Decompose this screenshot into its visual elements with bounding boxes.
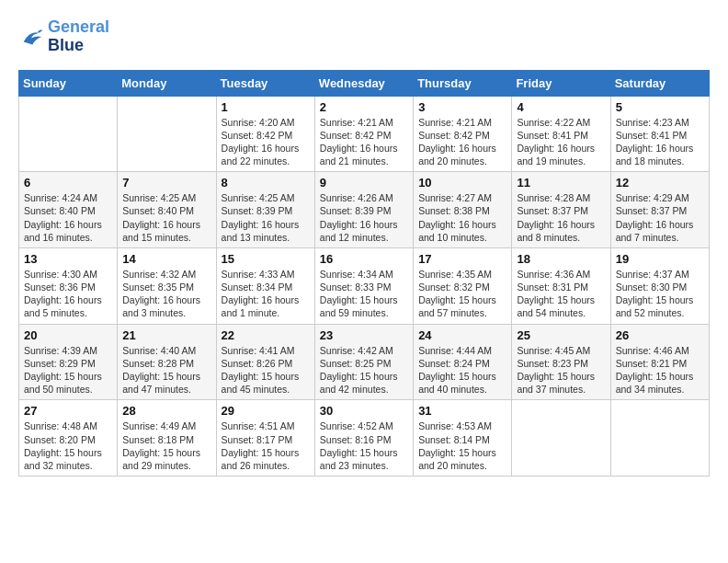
day-number: 31 <box>418 404 506 418</box>
day-number: 23 <box>320 328 408 342</box>
calendar-cell: 16Sunrise: 4:34 AMSunset: 8:33 PMDayligh… <box>314 247 413 324</box>
day-info: Sunrise: 4:30 AMSunset: 8:36 PMDaylight:… <box>24 268 112 320</box>
column-header-monday: Monday <box>118 70 216 96</box>
calendar-cell: 29Sunrise: 4:51 AMSunset: 8:17 PMDayligh… <box>216 400 314 477</box>
day-info: Sunrise: 4:26 AMSunset: 8:39 PMDaylight:… <box>320 191 408 244</box>
column-header-saturday: Saturday <box>610 70 709 96</box>
calendar-cell <box>118 96 216 172</box>
calendar-week-5: 27Sunrise: 4:48 AMSunset: 8:20 PMDayligh… <box>19 400 710 477</box>
day-info: Sunrise: 4:23 AMSunset: 8:41 PMDaylight:… <box>616 116 704 168</box>
calendar-cell: 31Sunrise: 4:53 AMSunset: 8:14 PMDayligh… <box>414 400 512 477</box>
logo: GeneralBlue <box>18 18 109 55</box>
calendar-cell: 14Sunrise: 4:32 AMSunset: 8:35 PMDayligh… <box>118 247 216 324</box>
day-info: Sunrise: 4:45 AMSunset: 8:23 PMDaylight:… <box>517 344 605 396</box>
day-info: Sunrise: 4:29 AMSunset: 8:37 PMDaylight:… <box>616 191 704 244</box>
day-number: 3 <box>418 100 506 114</box>
calendar-cell: 25Sunrise: 4:45 AMSunset: 8:23 PMDayligh… <box>512 324 610 400</box>
day-info: Sunrise: 4:39 AMSunset: 8:29 PMDaylight:… <box>24 344 112 396</box>
calendar-cell: 22Sunrise: 4:41 AMSunset: 8:26 PMDayligh… <box>216 324 314 400</box>
day-info: Sunrise: 4:48 AMSunset: 8:20 PMDaylight:… <box>24 419 112 472</box>
calendar-cell: 10Sunrise: 4:27 AMSunset: 8:38 PMDayligh… <box>414 172 512 248</box>
day-info: Sunrise: 4:22 AMSunset: 8:41 PMDaylight:… <box>517 116 605 168</box>
calendar-cell: 20Sunrise: 4:39 AMSunset: 8:29 PMDayligh… <box>19 324 118 400</box>
day-info: Sunrise: 4:35 AMSunset: 8:32 PMDaylight:… <box>418 268 506 320</box>
calendar-cell <box>512 400 610 477</box>
day-number: 22 <box>222 328 310 342</box>
calendar-cell: 17Sunrise: 4:35 AMSunset: 8:32 PMDayligh… <box>414 247 512 324</box>
day-number: 7 <box>122 176 210 190</box>
day-number: 6 <box>24 176 112 190</box>
calendar-cell <box>19 96 118 172</box>
logo-icon <box>18 24 44 50</box>
calendar-cell <box>610 400 709 477</box>
calendar-cell: 21Sunrise: 4:40 AMSunset: 8:28 PMDayligh… <box>118 324 216 400</box>
calendar-cell: 18Sunrise: 4:36 AMSunset: 8:31 PMDayligh… <box>512 247 610 324</box>
calendar-week-1: 1Sunrise: 4:20 AMSunset: 8:42 PMDaylight… <box>19 96 710 172</box>
day-number: 5 <box>616 100 704 114</box>
day-number: 15 <box>222 252 310 266</box>
calendar-cell: 8Sunrise: 4:25 AMSunset: 8:39 PMDaylight… <box>216 172 314 248</box>
calendar-cell: 7Sunrise: 4:25 AMSunset: 8:40 PMDaylight… <box>118 172 216 248</box>
day-number: 1 <box>222 100 310 114</box>
day-number: 30 <box>320 404 408 418</box>
day-info: Sunrise: 4:33 AMSunset: 8:34 PMDaylight:… <box>222 268 310 320</box>
page-header: GeneralBlue <box>18 18 710 55</box>
day-info: Sunrise: 4:25 AMSunset: 8:40 PMDaylight:… <box>122 191 210 244</box>
day-info: Sunrise: 4:44 AMSunset: 8:24 PMDaylight:… <box>418 344 506 396</box>
calendar-table: SundayMondayTuesdayWednesdayThursdayFrid… <box>18 70 710 477</box>
day-number: 27 <box>24 404 112 418</box>
day-number: 24 <box>418 328 506 342</box>
day-number: 17 <box>418 252 506 266</box>
day-number: 25 <box>517 328 605 342</box>
day-number: 11 <box>517 176 605 190</box>
day-info: Sunrise: 4:24 AMSunset: 8:40 PMDaylight:… <box>24 191 112 244</box>
day-info: Sunrise: 4:53 AMSunset: 8:14 PMDaylight:… <box>418 419 506 472</box>
calendar-cell: 12Sunrise: 4:29 AMSunset: 8:37 PMDayligh… <box>610 172 709 248</box>
day-number: 8 <box>222 176 310 190</box>
day-info: Sunrise: 4:34 AMSunset: 8:33 PMDaylight:… <box>320 268 408 320</box>
calendar-cell: 2Sunrise: 4:21 AMSunset: 8:42 PMDaylight… <box>314 96 413 172</box>
day-info: Sunrise: 4:40 AMSunset: 8:28 PMDaylight:… <box>122 344 210 396</box>
day-info: Sunrise: 4:42 AMSunset: 8:25 PMDaylight:… <box>320 344 408 396</box>
day-info: Sunrise: 4:21 AMSunset: 8:42 PMDaylight:… <box>320 116 408 168</box>
calendar-week-3: 13Sunrise: 4:30 AMSunset: 8:36 PMDayligh… <box>19 247 710 324</box>
calendar-cell: 4Sunrise: 4:22 AMSunset: 8:41 PMDaylight… <box>512 96 610 172</box>
day-number: 14 <box>122 252 210 266</box>
day-number: 19 <box>616 252 704 266</box>
column-header-tuesday: Tuesday <box>216 70 314 96</box>
column-header-wednesday: Wednesday <box>314 70 413 96</box>
day-info: Sunrise: 4:32 AMSunset: 8:35 PMDaylight:… <box>122 268 210 320</box>
day-info: Sunrise: 4:52 AMSunset: 8:16 PMDaylight:… <box>320 419 408 472</box>
calendar-week-4: 20Sunrise: 4:39 AMSunset: 8:29 PMDayligh… <box>19 324 710 400</box>
day-number: 12 <box>616 176 704 190</box>
calendar-cell: 6Sunrise: 4:24 AMSunset: 8:40 PMDaylight… <box>19 172 118 248</box>
column-header-sunday: Sunday <box>19 70 118 96</box>
day-number: 16 <box>320 252 408 266</box>
day-number: 29 <box>222 404 310 418</box>
column-header-friday: Friday <box>512 70 610 96</box>
day-info: Sunrise: 4:49 AMSunset: 8:18 PMDaylight:… <box>122 419 210 472</box>
calendar-cell: 1Sunrise: 4:20 AMSunset: 8:42 PMDaylight… <box>216 96 314 172</box>
calendar-cell: 3Sunrise: 4:21 AMSunset: 8:42 PMDaylight… <box>414 96 512 172</box>
day-number: 26 <box>616 328 704 342</box>
calendar-cell: 11Sunrise: 4:28 AMSunset: 8:37 PMDayligh… <box>512 172 610 248</box>
day-info: Sunrise: 4:21 AMSunset: 8:42 PMDaylight:… <box>418 116 506 168</box>
calendar-cell: 26Sunrise: 4:46 AMSunset: 8:21 PMDayligh… <box>610 324 709 400</box>
day-number: 2 <box>320 100 408 114</box>
calendar-cell: 30Sunrise: 4:52 AMSunset: 8:16 PMDayligh… <box>314 400 413 477</box>
day-info: Sunrise: 4:28 AMSunset: 8:37 PMDaylight:… <box>517 191 605 244</box>
day-number: 20 <box>24 328 112 342</box>
logo-text: GeneralBlue <box>48 18 109 55</box>
calendar-cell: 24Sunrise: 4:44 AMSunset: 8:24 PMDayligh… <box>414 324 512 400</box>
calendar-cell: 15Sunrise: 4:33 AMSunset: 8:34 PMDayligh… <box>216 247 314 324</box>
calendar-cell: 13Sunrise: 4:30 AMSunset: 8:36 PMDayligh… <box>19 247 118 324</box>
calendar-cell: 27Sunrise: 4:48 AMSunset: 8:20 PMDayligh… <box>19 400 118 477</box>
day-info: Sunrise: 4:25 AMSunset: 8:39 PMDaylight:… <box>222 191 310 244</box>
day-number: 4 <box>517 100 605 114</box>
day-info: Sunrise: 4:36 AMSunset: 8:31 PMDaylight:… <box>517 268 605 320</box>
day-number: 21 <box>122 328 210 342</box>
calendar-cell: 9Sunrise: 4:26 AMSunset: 8:39 PMDaylight… <box>314 172 413 248</box>
calendar-cell: 5Sunrise: 4:23 AMSunset: 8:41 PMDaylight… <box>610 96 709 172</box>
day-number: 10 <box>418 176 506 190</box>
day-info: Sunrise: 4:46 AMSunset: 8:21 PMDaylight:… <box>616 344 704 396</box>
